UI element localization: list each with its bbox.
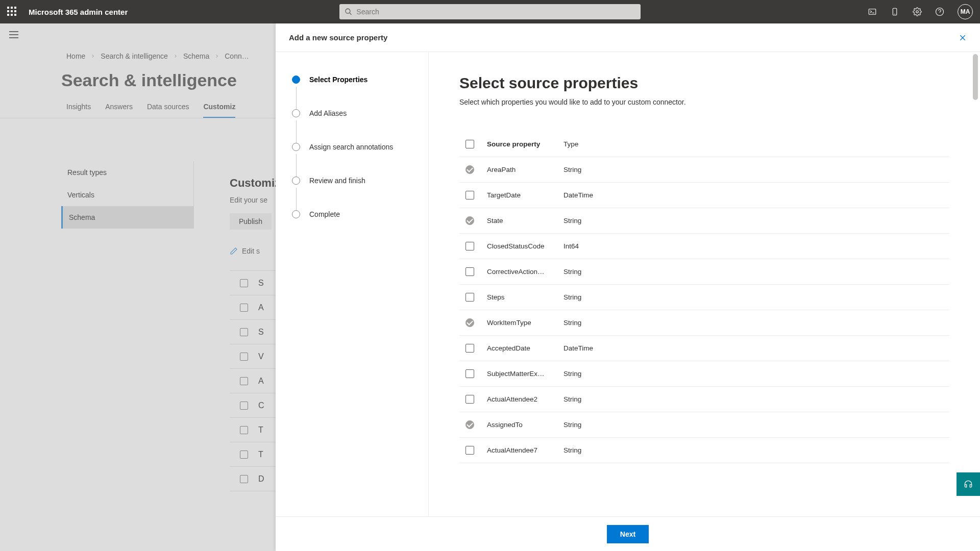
step[interactable]: Review and finish: [292, 177, 412, 185]
table-header: Source property Type: [459, 132, 949, 157]
col-source-property: Source property: [487, 140, 564, 148]
row-checkbox[interactable]: [465, 216, 474, 225]
add-property-panel: Add a new source property Select Propert…: [276, 23, 980, 551]
property-type: DateTime: [564, 344, 949, 352]
table-row[interactable]: ActualAttendee7String: [459, 438, 949, 463]
table-row[interactable]: ActualAttendee2String: [459, 387, 949, 412]
row-checkbox[interactable]: [465, 395, 474, 404]
step-dot-icon: [292, 76, 300, 84]
property-name: AssignedTo: [487, 421, 564, 429]
table-row[interactable]: SubjectMatterEx…String: [459, 361, 949, 387]
svg-point-7: [936, 8, 944, 16]
property-type: String: [564, 446, 949, 454]
app-launcher-icon[interactable]: [7, 7, 17, 17]
panel-subtitle: Select which properties you would like t…: [459, 98, 949, 106]
property-name: ActualAttendee2: [487, 395, 564, 403]
row-checkbox[interactable]: [465, 242, 474, 251]
gear-icon[interactable]: [913, 7, 922, 16]
property-type: String: [564, 166, 949, 173]
row-checkbox[interactable]: [465, 446, 474, 455]
table-row[interactable]: TargetDateDateTime: [459, 183, 949, 208]
step[interactable]: Assign search annotations: [292, 143, 412, 151]
table-row[interactable]: StateString: [459, 208, 949, 234]
search-icon: [345, 8, 352, 16]
property-type: String: [564, 421, 949, 429]
app-title: Microsoft 365 admin center: [29, 8, 128, 16]
property-type: String: [564, 293, 949, 301]
shell-icon[interactable]: [868, 7, 877, 16]
step-dot-icon: [292, 177, 300, 185]
step-label: Complete: [309, 210, 340, 218]
property-type: String: [564, 268, 949, 276]
search-input[interactable]: [356, 8, 635, 16]
global-search[interactable]: [339, 4, 641, 19]
table-row[interactable]: AcceptedDateDateTime: [459, 336, 949, 361]
table-row[interactable]: CorrectiveAction…String: [459, 259, 949, 285]
panel-main-title: Select source properties: [459, 74, 949, 92]
row-checkbox[interactable]: [465, 191, 474, 199]
property-type: String: [564, 395, 949, 403]
property-name: CorrectiveAction…: [487, 268, 564, 276]
row-checkbox[interactable]: [465, 267, 474, 276]
step-label: Add Aliases: [309, 109, 347, 117]
col-type: Type: [564, 140, 949, 148]
step[interactable]: Select Properties: [292, 76, 412, 84]
property-table: Source property Type AreaPathStringTarge…: [459, 132, 949, 463]
property-name: SubjectMatterEx…: [487, 370, 564, 378]
property-type: DateTime: [564, 191, 949, 199]
property-name: TargetDate: [487, 191, 564, 199]
row-checkbox[interactable]: [465, 293, 474, 302]
mobile-icon[interactable]: [890, 7, 899, 16]
table-row[interactable]: WorkItemTypeString: [459, 310, 949, 336]
avatar[interactable]: MA: [958, 4, 973, 19]
row-checkbox[interactable]: [465, 344, 474, 353]
svg-line-1: [350, 13, 352, 15]
property-type: String: [564, 370, 949, 378]
property-name: State: [487, 217, 564, 224]
step-dot-icon: [292, 143, 300, 151]
step-label: Review and finish: [309, 177, 365, 185]
next-button[interactable]: Next: [607, 525, 649, 543]
scrollbar[interactable]: [973, 54, 978, 516]
stepper: Select PropertiesAdd AliasesAssign searc…: [276, 52, 429, 516]
feedback-badge[interactable]: [957, 472, 980, 496]
row-checkbox[interactable]: [465, 165, 474, 174]
select-all-checkbox[interactable]: [465, 140, 474, 148]
property-type: String: [564, 217, 949, 224]
svg-point-6: [916, 11, 919, 13]
table-row[interactable]: AssignedToString: [459, 412, 949, 438]
top-bar: Microsoft 365 admin center MA: [0, 0, 980, 23]
property-name: Steps: [487, 293, 564, 301]
headset-icon: [963, 479, 973, 489]
step[interactable]: Complete: [292, 210, 412, 218]
table-row[interactable]: AreaPathString: [459, 157, 949, 183]
close-icon[interactable]: [959, 34, 967, 42]
property-name: ActualAttendee7: [487, 446, 564, 454]
step-dot-icon: [292, 109, 300, 117]
table-row[interactable]: ClosedStatusCodeInt64: [459, 234, 949, 259]
svg-rect-2: [869, 9, 876, 15]
property-name: AreaPath: [487, 166, 564, 173]
property-name: AcceptedDate: [487, 344, 564, 352]
row-checkbox[interactable]: [465, 420, 474, 429]
table-row[interactable]: StepsString: [459, 285, 949, 310]
step[interactable]: Add Aliases: [292, 109, 412, 117]
property-type: Int64: [564, 242, 949, 250]
help-icon[interactable]: [935, 7, 944, 16]
panel-title: Add a new source property: [289, 33, 387, 42]
svg-point-0: [346, 9, 350, 13]
row-checkbox[interactable]: [465, 369, 474, 378]
step-label: Assign search annotations: [309, 143, 393, 151]
top-right-icons: MA: [868, 4, 973, 19]
step-label: Select Properties: [309, 76, 368, 84]
step-dot-icon: [292, 210, 300, 218]
property-type: String: [564, 319, 949, 327]
property-name: WorkItemType: [487, 319, 564, 327]
row-checkbox[interactable]: [465, 318, 474, 327]
property-name: ClosedStatusCode: [487, 242, 564, 250]
panel-main: Select source properties Select which pr…: [429, 52, 980, 516]
